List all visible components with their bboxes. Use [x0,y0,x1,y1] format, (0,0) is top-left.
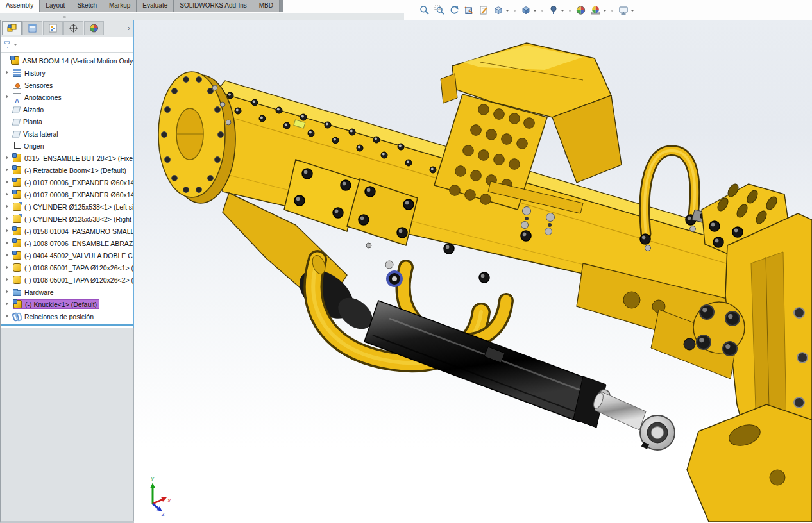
edit-appearance-icon[interactable] [574,3,588,17]
assembly-model[interactable]: Y X Z [134,20,812,522]
expand-arrow-icon[interactable] [4,313,10,319]
plane-icon [12,131,21,137]
tree-item[interactable]: (-) 1008 07006_ENSAMBLE ABRAZADERA DE [1,237,133,249]
part-cylinder-icon [13,215,21,223]
triad-y-label: Y [151,476,155,482]
view-settings-icon[interactable] [616,3,630,17]
expand-arrow-icon[interactable] [4,179,10,185]
selected-highlight: (-) Knuckle<1> (Default) [13,299,99,309]
annotations-icon [13,93,21,101]
zoom-to-area-icon[interactable] [432,3,446,17]
tree-item[interactable]: (-) 0108 05001_TAPA Ø120x26<2> (Predeter… [1,274,133,286]
orientation-triad: Y X Z [150,476,171,517]
tree-item[interactable]: Alzado [1,103,133,115]
assembly-icon [13,166,21,174]
expand-arrow-icon[interactable] [4,192,10,197]
view-settings-dropdown-icon[interactable] [630,10,634,12]
tab-mbd[interactable]: MBD [253,0,280,12]
annotation-views-icon[interactable] [477,3,490,17]
tab-solidworks-add-ins[interactable]: SOLIDWORKS Add-Ins [174,0,253,12]
graphics-area[interactable]: Y X Z [134,20,812,523]
tree-item[interactable]: (-) 0108 05001_TAPA Ø120x26<1> (Predeter… [1,262,133,274]
zoom-to-fit-icon[interactable] [418,3,431,17]
tree-item[interactable]: (-) CYLINDER Ø125x538<2> (Right Side) [1,213,133,225]
expand-arrow-icon[interactable] [4,70,10,76]
expand-arrow-icon[interactable] [4,277,10,283]
assembly-icon [13,251,21,260]
displaymanager-tab[interactable] [84,21,104,35]
tab-assembly[interactable]: Assembly [0,0,40,12]
expand-arrow-icon[interactable] [4,289,10,295]
tree-item[interactable]: Planta [1,115,133,128]
tree-item[interactable]: (-) Retractable Boom<1> (Default) [1,164,133,176]
triad-x-label: X [167,498,171,504]
tab-markup[interactable]: Markup [103,0,137,12]
tree-item-hardware[interactable]: Hardware [1,286,133,298]
tree-filter-bar[interactable] [1,37,133,53]
folder-icon [13,290,21,296]
previous-view-icon[interactable] [447,3,461,17]
tree-item[interactable]: (-) 0107 00006_EXPANDER Ø60x145<4> (Prec [1,188,133,201]
hide-show-items-dropdown-icon[interactable] [561,10,564,12]
tree-item-mates[interactable]: Relaciones de posición [1,310,133,322]
view-orientation-icon[interactable] [491,3,505,17]
part-icon [13,276,21,284]
tree-item[interactable]: (-) 0158 01004_PASAMURO SMALL BOLTER B [1,225,133,237]
propertymanager-tab[interactable] [22,21,42,35]
assembly-icon [11,56,19,65]
display-style-icon[interactable] [519,3,532,17]
tab-sketch[interactable]: Sketch [71,0,103,12]
featuremanager-design-tree-tab[interactable] [2,21,22,35]
tab-evaluate[interactable]: Evaluate [137,0,174,12]
configurationmanager-tab[interactable] [43,21,63,35]
featuremanager-panel: › ASM BOOM 14 (Vertical Motion Only) His… [0,20,134,523]
feature-tree: ASM BOOM 14 (Vertical Motion Only) Histo… [1,53,133,328]
expand-arrow-icon[interactable] [4,94,10,100]
assembly-icon [13,227,21,235]
arrow-spacer [4,82,10,88]
expand-arrow-icon[interactable] [4,228,10,234]
assembly-icon [13,154,21,162]
plane-icon [12,106,21,113]
rod-eye[interactable] [640,415,675,450]
tree-item-knuckle-selected[interactable]: (-) Knuckle<1> (Default) [1,298,133,310]
expand-arrow-icon[interactable] [4,167,10,173]
assembly-icon [13,190,21,199]
expand-arrow-icon[interactable] [4,301,10,307]
tree-item[interactable]: (-) 0107 00006_EXPANDER Ø60x145<5> (Prec [1,176,133,188]
sensors-icon [13,81,21,89]
arrow-spacer [4,119,10,124]
tree-item[interactable]: History [1,67,133,79]
plane-icon [12,119,21,125]
assembly-icon [13,239,21,247]
tree-item[interactable]: Sensores [1,79,133,91]
tree-item-root[interactable]: ASM BOOM 14 (Vertical Motion Only) [1,54,133,67]
expand-arrow-icon[interactable] [4,204,10,210]
tab-layout[interactable]: Layout [40,0,71,12]
apply-scene-dropdown-icon[interactable] [603,10,607,12]
dimxpertmanager-tab[interactable] [63,21,83,35]
part-icon [13,263,21,272]
boom-flange[interactable] [158,72,235,203]
view-orientation-dropdown-icon[interactable] [505,10,509,12]
arrow-spacer [4,131,10,137]
tree-item[interactable]: 0315_ENSAMBLE BUT 28<1> (Fixed) [1,152,133,164]
tree-item[interactable]: (-) 0404 45002_VALVULA DOBLE CHECK-CON [1,249,133,262]
filter-dropdown-icon[interactable] [13,44,17,46]
expand-arrow-icon[interactable] [4,265,10,270]
tree-item[interactable]: Origen [1,140,133,152]
hydraulic-cylinder[interactable] [364,301,675,450]
expand-arrow-icon[interactable] [4,155,10,161]
expand-arrow-icon[interactable] [4,216,10,222]
display-style-dropdown-icon[interactable] [533,10,537,12]
expand-arrow-icon[interactable] [4,253,10,258]
tree-item[interactable]: (-) CYLINDER Ø125x538<1> (Left side) [1,201,133,213]
hide-show-items-icon[interactable] [546,3,560,17]
tree-item[interactable]: Vista lateral [1,128,133,140]
collapse-handle[interactable] [63,16,66,18]
section-view-icon[interactable] [462,3,475,17]
expand-arrow-icon[interactable] [4,240,10,246]
panel-expand-chevron-icon[interactable]: › [128,24,130,33]
apply-scene-icon[interactable] [589,3,602,17]
tree-item[interactable]: Anotaciones [1,91,133,103]
